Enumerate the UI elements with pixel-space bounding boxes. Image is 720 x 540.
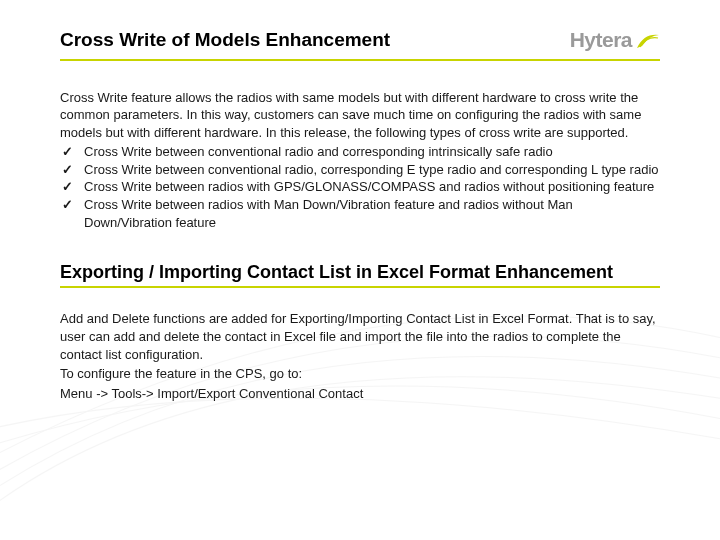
section2-para1: Add and Delete functions are added for E… — [60, 310, 660, 363]
section1-bullets: Cross Write between conventional radio a… — [60, 143, 660, 231]
brand-swoosh-icon — [636, 31, 660, 49]
section2: Exporting / Importing Contact List in Ex… — [60, 261, 660, 402]
section2-para2: To configure the feature in the CPS, go … — [60, 365, 660, 383]
header-row: Cross Write of Models Enhancement Hytera — [60, 28, 660, 53]
list-item: Cross Write between conventional radio, … — [60, 161, 660, 179]
list-item: Cross Write between radios with Man Down… — [60, 196, 660, 231]
title-underline — [60, 59, 660, 61]
list-item: Cross Write between conventional radio a… — [60, 143, 660, 161]
section1-intro: Cross Write feature allows the radios wi… — [60, 89, 660, 142]
brand-name: Hytera — [570, 28, 632, 52]
brand-logo: Hytera — [570, 28, 660, 52]
section2-title: Exporting / Importing Contact List in Ex… — [60, 261, 660, 284]
page-content: Cross Write of Models Enhancement Hytera… — [0, 0, 720, 424]
section2-para3: Menu -> Tools-> Import/Export Convention… — [60, 385, 660, 403]
title2-underline — [60, 286, 660, 288]
list-item: Cross Write between radios with GPS/GLON… — [60, 178, 660, 196]
section1-title: Cross Write of Models Enhancement — [60, 28, 390, 53]
